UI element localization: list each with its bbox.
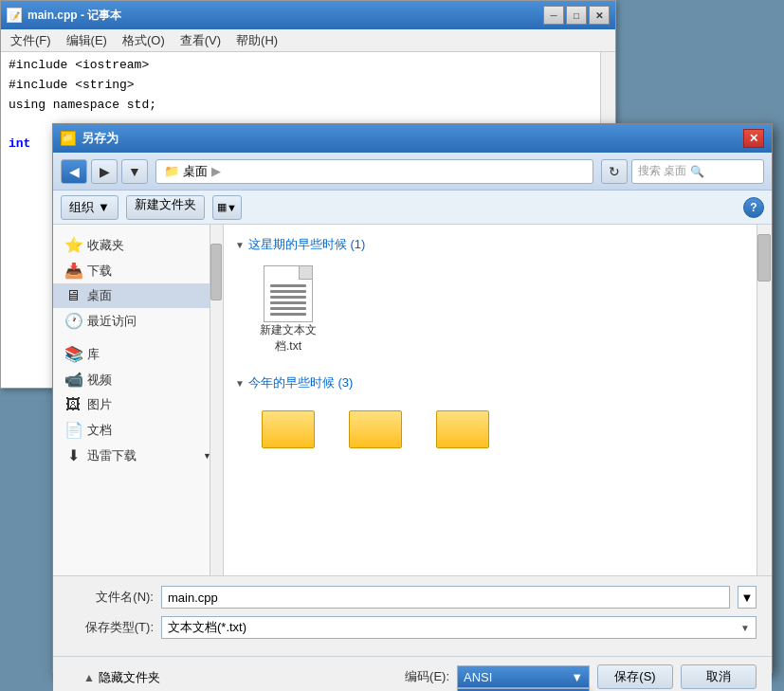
saveas-dialog-icon: 📁 xyxy=(61,131,76,146)
filename-label: 文件名(N): xyxy=(68,589,154,606)
xunlei-icon: ⬇ xyxy=(64,446,82,464)
dropdown-button[interactable]: ▼ xyxy=(121,159,148,184)
menu-edit[interactable]: 编辑(E) xyxy=(61,30,113,51)
saveas-close-button[interactable]: ✕ xyxy=(743,129,764,148)
menu-file[interactable]: 文件(F) xyxy=(5,30,57,51)
back-button[interactable]: ◀ xyxy=(61,159,87,184)
cancel-button[interactable]: 取消 xyxy=(681,664,757,689)
encoding-label: 编码(E): xyxy=(405,668,449,685)
menu-help[interactable]: 帮助(H) xyxy=(230,30,283,51)
save-button[interactable]: 保存(S) xyxy=(597,664,673,689)
view-arrow-icon: ▼ xyxy=(227,202,237,213)
hide-files-row: ▲ 隐藏文件夹 xyxy=(68,669,160,686)
view-button[interactable]: ▦ ▼ xyxy=(212,195,242,220)
saveas-files: ▼ 这星期的早些时候 (1) xyxy=(224,225,772,575)
folder-item-3[interactable] xyxy=(425,399,501,454)
encoding-value: ANSI xyxy=(464,670,492,684)
section-title-1: 这星期的早些时候 (1) xyxy=(248,236,366,253)
notepad-minimize-button[interactable]: ─ xyxy=(543,6,564,25)
sidebar-label-videos: 视频 xyxy=(87,372,112,389)
new-folder-button[interactable]: 新建文件夹 xyxy=(126,195,205,220)
sidebar-item-recent[interactable]: 🕐 最近访问 xyxy=(53,308,223,334)
sidebar-label-desktop: 桌面 xyxy=(87,287,112,304)
help-icon: ? xyxy=(750,201,757,214)
saveas-dialog-title: 另存为 xyxy=(82,130,743,147)
path-folder-icon: 📁 xyxy=(164,164,179,178)
sidebar-item-xunlei[interactable]: ⬇ 迅雷下载 ▼ xyxy=(53,443,223,468)
filetype-value: 文本文档(*.txt) xyxy=(168,619,246,636)
search-box[interactable]: 搜索 桌面 🔍 xyxy=(631,159,764,184)
filename-input[interactable] xyxy=(161,586,730,609)
help-button[interactable]: ? xyxy=(743,197,764,218)
notepad-controls: ─ □ ✕ xyxy=(543,6,610,25)
text-file-corner xyxy=(299,266,312,280)
sidebar-label-recent: 最近访问 xyxy=(87,313,137,330)
folder-icon-3 xyxy=(434,403,491,448)
sidebar-scrollbar[interactable] xyxy=(210,225,223,575)
section-header-recent-week: ▼ 这星期的早些时候 (1) xyxy=(235,232,760,257)
menu-view[interactable]: 查看(V) xyxy=(174,30,227,51)
notepad-maximize-button[interactable]: □ xyxy=(566,6,587,25)
menu-format[interactable]: 格式(O) xyxy=(117,30,171,51)
videos-icon: 📹 xyxy=(64,371,82,389)
files-scrollbar[interactable] xyxy=(757,225,772,575)
folder-body-2 xyxy=(349,410,402,448)
search-placeholder: 搜索 桌面 xyxy=(638,163,686,179)
text-file-icon xyxy=(264,265,313,322)
new-folder-label: 新建文件夹 xyxy=(135,197,196,211)
sidebar-item-library[interactable]: 📚 库 xyxy=(53,341,223,367)
forward-icon: ▶ xyxy=(100,164,110,179)
search-icon: 🔍 xyxy=(690,165,704,178)
library-icon: 📚 xyxy=(64,345,82,363)
filename-row: 文件名(N): ▼ xyxy=(68,586,757,609)
saveas-toolbar: ◀ ▶ ▼ 📁 桌面 ▶ ↻ 搜索 桌面 🔍 xyxy=(53,153,772,191)
text-file-line xyxy=(270,296,306,299)
saveas-dialog: 📁 另存为 ✕ ◀ ▶ ▼ 📁 桌面 ▶ ↻ 搜索 桌面 🔍 组织 ▼ xyxy=(52,123,773,673)
filename-dropdown-arrow[interactable]: ▼ xyxy=(738,586,757,609)
sidebar-label-xunlei: 迅雷下载 xyxy=(87,447,137,464)
sidebar-item-pictures[interactable]: 🖼 图片 xyxy=(53,392,223,417)
filetype-label: 保存类型(T): xyxy=(68,619,154,636)
encoding-dropdown[interactable]: ANSI ▼ xyxy=(457,665,590,688)
sidebar-divider xyxy=(53,334,223,341)
hide-files-icon[interactable]: ▲ xyxy=(83,671,95,684)
back-icon: ◀ xyxy=(69,164,80,179)
sidebar-item-documents[interactable]: 📄 文档 xyxy=(53,417,223,443)
filename-dropdown-icon: ▼ xyxy=(741,591,754,605)
forward-button[interactable]: ▶ xyxy=(91,159,118,184)
saveas-main: ⭐ 收藏夹 📥 下载 🖥 桌面 🕐 最近访问 📚 库 📹 视 xyxy=(53,225,772,575)
path-box[interactable]: 📁 桌面 ▶ xyxy=(155,159,593,184)
refresh-icon: ↻ xyxy=(609,164,620,179)
folder-item-1[interactable] xyxy=(250,399,326,454)
folder-item-2[interactable] xyxy=(337,399,413,454)
code-line-3: using namespace std; xyxy=(9,96,608,116)
sidebar-item-desktop[interactable]: 🖥 桌面 xyxy=(53,283,223,308)
recent-icon: 🕐 xyxy=(64,312,82,330)
sidebar-label-library: 库 xyxy=(87,346,100,363)
folder-icon-1 xyxy=(260,403,317,448)
cancel-label: 取消 xyxy=(706,668,731,685)
filetype-dropdown[interactable]: 文本文档(*.txt) ▼ xyxy=(161,616,757,639)
encoding-arrow-icon: ▼ xyxy=(571,670,583,684)
section-arrow-2: ▼ xyxy=(235,378,245,389)
sidebar-item-favorites[interactable]: ⭐ 收藏夹 xyxy=(53,232,223,258)
path-label: 桌面 xyxy=(183,163,208,180)
saveas-form: 文件名(N): ▼ 保存类型(T): 文本文档(*.txt) ▼ xyxy=(53,575,772,656)
sidebar-label-documents: 文档 xyxy=(87,422,112,439)
sidebar-item-videos[interactable]: 📹 视频 xyxy=(53,367,223,392)
sidebar-scroll-thumb xyxy=(210,244,222,300)
refresh-button[interactable]: ↻ xyxy=(601,159,628,184)
files-scroll-thumb xyxy=(757,234,771,282)
save-label: 保存(S) xyxy=(614,668,655,685)
saveas-toolbar2: 组织 ▼ 新建文件夹 ▦ ▼ ? xyxy=(53,191,772,225)
sidebar-item-downloads[interactable]: 📥 下载 xyxy=(53,258,223,283)
file-item-txt[interactable]: 新建文本文档.txt xyxy=(250,261,326,359)
file-item-name-txt: 新建文本文档.txt xyxy=(255,322,321,355)
text-file-line xyxy=(270,313,306,316)
sidebar-label-favorites: 收藏夹 xyxy=(87,237,124,254)
code-line-1: #include <iostream> xyxy=(9,56,608,76)
sidebar-label-downloads: 下载 xyxy=(87,263,112,280)
notepad-close-button[interactable]: ✕ xyxy=(589,6,610,25)
organize-button[interactable]: 组织 ▼ xyxy=(61,195,119,220)
saveas-sidebar: ⭐ 收藏夹 📥 下载 🖥 桌面 🕐 最近访问 📚 库 📹 视 xyxy=(53,225,224,575)
